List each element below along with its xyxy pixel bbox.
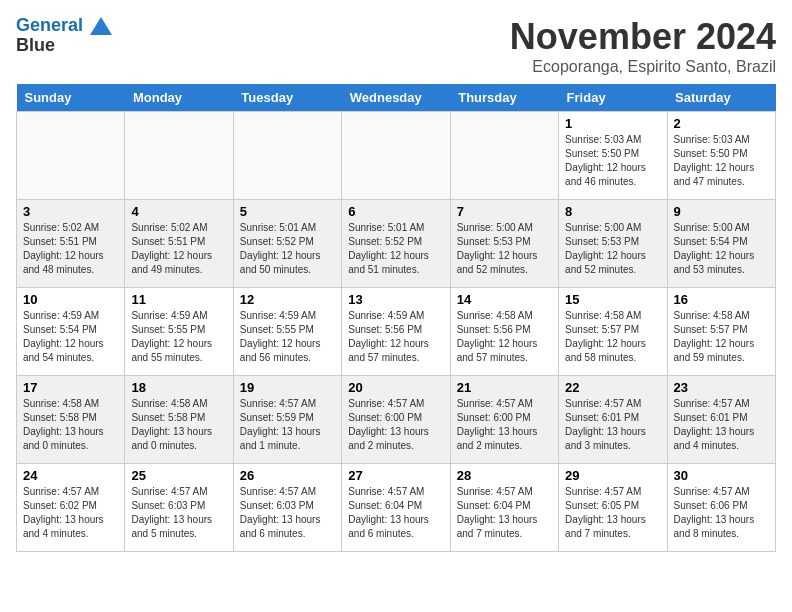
day-info: Sunrise: 5:02 AM Sunset: 5:51 PM Dayligh… — [23, 221, 118, 277]
day-info: Sunrise: 4:57 AM Sunset: 6:05 PM Dayligh… — [565, 485, 660, 541]
day-cell-16: 16Sunrise: 4:58 AM Sunset: 5:57 PM Dayli… — [667, 288, 775, 376]
day-number: 12 — [240, 292, 335, 307]
week-row-4: 17Sunrise: 4:58 AM Sunset: 5:58 PM Dayli… — [17, 376, 776, 464]
logo-line2: Blue — [16, 36, 112, 56]
week-row-2: 3Sunrise: 5:02 AM Sunset: 5:51 PM Daylig… — [17, 200, 776, 288]
col-header-sunday: Sunday — [17, 84, 125, 112]
day-number: 3 — [23, 204, 118, 219]
day-cell-5: 5Sunrise: 5:01 AM Sunset: 5:52 PM Daylig… — [233, 200, 341, 288]
day-number: 28 — [457, 468, 552, 483]
day-cell-7: 7Sunrise: 5:00 AM Sunset: 5:53 PM Daylig… — [450, 200, 558, 288]
day-info: Sunrise: 4:58 AM Sunset: 5:57 PM Dayligh… — [565, 309, 660, 365]
day-cell-23: 23Sunrise: 4:57 AM Sunset: 6:01 PM Dayli… — [667, 376, 775, 464]
day-number: 1 — [565, 116, 660, 131]
day-info: Sunrise: 4:58 AM Sunset: 5:58 PM Dayligh… — [131, 397, 226, 453]
day-info: Sunrise: 4:57 AM Sunset: 6:04 PM Dayligh… — [348, 485, 443, 541]
month-title: November 2024 — [510, 16, 776, 58]
day-info: Sunrise: 4:57 AM Sunset: 6:00 PM Dayligh… — [457, 397, 552, 453]
day-number: 2 — [674, 116, 769, 131]
day-cell-15: 15Sunrise: 4:58 AM Sunset: 5:57 PM Dayli… — [559, 288, 667, 376]
day-number: 13 — [348, 292, 443, 307]
day-info: Sunrise: 5:00 AM Sunset: 5:53 PM Dayligh… — [457, 221, 552, 277]
day-number: 8 — [565, 204, 660, 219]
day-number: 22 — [565, 380, 660, 395]
day-number: 6 — [348, 204, 443, 219]
day-info: Sunrise: 4:57 AM Sunset: 6:01 PM Dayligh… — [565, 397, 660, 453]
day-info: Sunrise: 4:57 AM Sunset: 6:01 PM Dayligh… — [674, 397, 769, 453]
day-cell-25: 25Sunrise: 4:57 AM Sunset: 6:03 PM Dayli… — [125, 464, 233, 552]
day-cell-6: 6Sunrise: 5:01 AM Sunset: 5:52 PM Daylig… — [342, 200, 450, 288]
calendar-header-row: SundayMondayTuesdayWednesdayThursdayFrid… — [17, 84, 776, 112]
day-info: Sunrise: 4:57 AM Sunset: 6:03 PM Dayligh… — [131, 485, 226, 541]
day-cell-30: 30Sunrise: 4:57 AM Sunset: 6:06 PM Dayli… — [667, 464, 775, 552]
col-header-tuesday: Tuesday — [233, 84, 341, 112]
logo-line1: General — [16, 16, 112, 36]
day-info: Sunrise: 4:58 AM Sunset: 5:58 PM Dayligh… — [23, 397, 118, 453]
day-info: Sunrise: 4:59 AM Sunset: 5:55 PM Dayligh… — [240, 309, 335, 365]
day-number: 21 — [457, 380, 552, 395]
page-header: General Blue November 2024 Ecoporanga, E… — [16, 16, 776, 76]
day-info: Sunrise: 5:03 AM Sunset: 5:50 PM Dayligh… — [565, 133, 660, 189]
empty-cell — [450, 112, 558, 200]
day-number: 5 — [240, 204, 335, 219]
day-info: Sunrise: 4:59 AM Sunset: 5:54 PM Dayligh… — [23, 309, 118, 365]
day-cell-18: 18Sunrise: 4:58 AM Sunset: 5:58 PM Dayli… — [125, 376, 233, 464]
empty-cell — [233, 112, 341, 200]
day-cell-17: 17Sunrise: 4:58 AM Sunset: 5:58 PM Dayli… — [17, 376, 125, 464]
day-info: Sunrise: 4:59 AM Sunset: 5:55 PM Dayligh… — [131, 309, 226, 365]
day-number: 23 — [674, 380, 769, 395]
day-cell-4: 4Sunrise: 5:02 AM Sunset: 5:51 PM Daylig… — [125, 200, 233, 288]
day-cell-8: 8Sunrise: 5:00 AM Sunset: 5:53 PM Daylig… — [559, 200, 667, 288]
day-number: 11 — [131, 292, 226, 307]
empty-cell — [17, 112, 125, 200]
day-number: 26 — [240, 468, 335, 483]
day-info: Sunrise: 4:59 AM Sunset: 5:56 PM Dayligh… — [348, 309, 443, 365]
day-number: 29 — [565, 468, 660, 483]
day-number: 4 — [131, 204, 226, 219]
day-info: Sunrise: 4:57 AM Sunset: 5:59 PM Dayligh… — [240, 397, 335, 453]
day-info: Sunrise: 5:00 AM Sunset: 5:53 PM Dayligh… — [565, 221, 660, 277]
day-number: 20 — [348, 380, 443, 395]
week-row-1: 1Sunrise: 5:03 AM Sunset: 5:50 PM Daylig… — [17, 112, 776, 200]
day-cell-3: 3Sunrise: 5:02 AM Sunset: 5:51 PM Daylig… — [17, 200, 125, 288]
day-cell-1: 1Sunrise: 5:03 AM Sunset: 5:50 PM Daylig… — [559, 112, 667, 200]
day-number: 27 — [348, 468, 443, 483]
day-cell-10: 10Sunrise: 4:59 AM Sunset: 5:54 PM Dayli… — [17, 288, 125, 376]
day-info: Sunrise: 4:58 AM Sunset: 5:56 PM Dayligh… — [457, 309, 552, 365]
col-header-wednesday: Wednesday — [342, 84, 450, 112]
day-cell-13: 13Sunrise: 4:59 AM Sunset: 5:56 PM Dayli… — [342, 288, 450, 376]
day-cell-22: 22Sunrise: 4:57 AM Sunset: 6:01 PM Dayli… — [559, 376, 667, 464]
day-cell-27: 27Sunrise: 4:57 AM Sunset: 6:04 PM Dayli… — [342, 464, 450, 552]
svg-marker-0 — [90, 17, 112, 35]
day-cell-19: 19Sunrise: 4:57 AM Sunset: 5:59 PM Dayli… — [233, 376, 341, 464]
day-info: Sunrise: 4:57 AM Sunset: 6:00 PM Dayligh… — [348, 397, 443, 453]
day-cell-2: 2Sunrise: 5:03 AM Sunset: 5:50 PM Daylig… — [667, 112, 775, 200]
day-cell-21: 21Sunrise: 4:57 AM Sunset: 6:00 PM Dayli… — [450, 376, 558, 464]
day-number: 7 — [457, 204, 552, 219]
day-info: Sunrise: 4:57 AM Sunset: 6:06 PM Dayligh… — [674, 485, 769, 541]
day-cell-12: 12Sunrise: 4:59 AM Sunset: 5:55 PM Dayli… — [233, 288, 341, 376]
empty-cell — [125, 112, 233, 200]
week-row-5: 24Sunrise: 4:57 AM Sunset: 6:02 PM Dayli… — [17, 464, 776, 552]
title-section: November 2024 Ecoporanga, Espirito Santo… — [510, 16, 776, 76]
day-info: Sunrise: 5:00 AM Sunset: 5:54 PM Dayligh… — [674, 221, 769, 277]
col-header-monday: Monday — [125, 84, 233, 112]
day-info: Sunrise: 4:57 AM Sunset: 6:03 PM Dayligh… — [240, 485, 335, 541]
col-header-saturday: Saturday — [667, 84, 775, 112]
week-row-3: 10Sunrise: 4:59 AM Sunset: 5:54 PM Dayli… — [17, 288, 776, 376]
logo-icon — [90, 17, 112, 35]
day-number: 9 — [674, 204, 769, 219]
empty-cell — [342, 112, 450, 200]
day-number: 19 — [240, 380, 335, 395]
day-number: 17 — [23, 380, 118, 395]
day-number: 24 — [23, 468, 118, 483]
day-number: 25 — [131, 468, 226, 483]
day-cell-14: 14Sunrise: 4:58 AM Sunset: 5:56 PM Dayli… — [450, 288, 558, 376]
location-subtitle: Ecoporanga, Espirito Santo, Brazil — [510, 58, 776, 76]
day-info: Sunrise: 5:01 AM Sunset: 5:52 PM Dayligh… — [240, 221, 335, 277]
calendar-table: SundayMondayTuesdayWednesdayThursdayFrid… — [16, 84, 776, 552]
col-header-friday: Friday — [559, 84, 667, 112]
day-cell-24: 24Sunrise: 4:57 AM Sunset: 6:02 PM Dayli… — [17, 464, 125, 552]
day-cell-11: 11Sunrise: 4:59 AM Sunset: 5:55 PM Dayli… — [125, 288, 233, 376]
col-header-thursday: Thursday — [450, 84, 558, 112]
